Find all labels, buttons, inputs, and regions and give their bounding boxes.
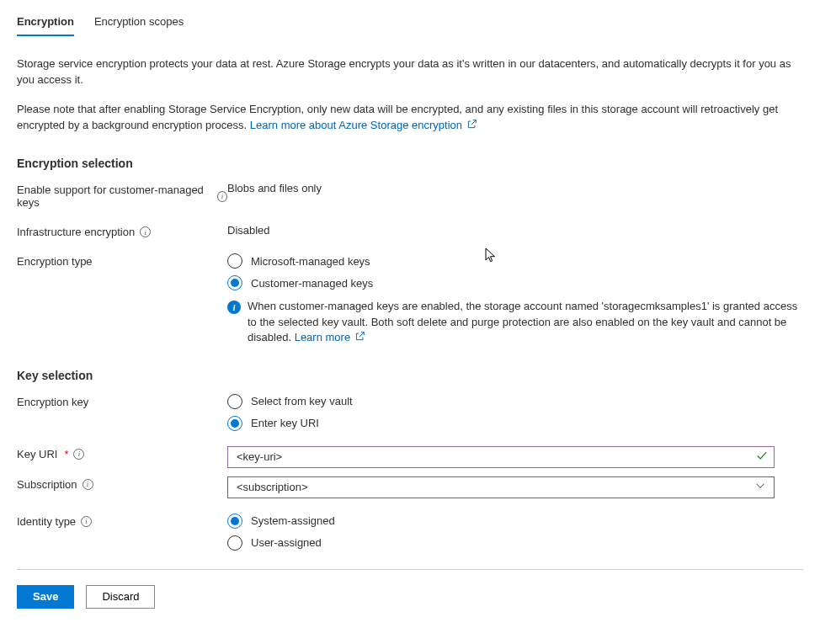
learn-more-encryption-link[interactable]: Learn more about Azure Storage encryptio… bbox=[250, 119, 477, 131]
discard-button[interactable]: Discard bbox=[86, 585, 155, 609]
radio-label: User-assigned bbox=[251, 536, 322, 549]
label-encryption-key: Encryption key bbox=[17, 394, 227, 408]
required-asterisk: * bbox=[64, 448, 68, 460]
radio-label: Customer-managed keys bbox=[251, 277, 373, 290]
radio-label: System-assigned bbox=[251, 514, 335, 527]
radio-label: Select from key vault bbox=[251, 395, 353, 407]
save-button[interactable]: Save bbox=[17, 585, 74, 609]
label-subscription: Subscription i bbox=[17, 476, 227, 491]
subscription-select[interactable]: <subscription> bbox=[227, 476, 775, 498]
radio-system-assigned[interactable]: System-assigned bbox=[227, 514, 803, 529]
cmk-info-note: i When customer-managed keys are enabled… bbox=[227, 299, 803, 345]
key-uri-input[interactable] bbox=[227, 446, 775, 468]
radio-customer-managed-keys[interactable]: Customer-managed keys bbox=[227, 275, 803, 290]
intro-paragraph-1: Storage service encryption protects your… bbox=[17, 56, 803, 88]
radio-microsoft-managed-keys[interactable]: Microsoft-managed keys bbox=[227, 253, 803, 269]
radio-icon bbox=[227, 394, 242, 409]
learn-more-cmk-text: Learn more bbox=[295, 331, 350, 343]
label-identity-type: Identity type i bbox=[17, 514, 227, 528]
tab-encryption[interactable]: Encryption bbox=[17, 15, 74, 36]
label-infra-encryption: Infrastructure encryption i bbox=[17, 224, 227, 238]
label-enc-type-text: Encryption type bbox=[17, 255, 93, 268]
chevron-down-icon bbox=[755, 481, 765, 493]
radio-enter-key-uri[interactable]: Enter key URI bbox=[227, 416, 803, 431]
section-encryption-selection: Encryption selection bbox=[17, 157, 803, 170]
label-infra-enc-text: Infrastructure encryption bbox=[17, 226, 135, 238]
external-link-icon bbox=[467, 120, 477, 130]
radio-icon bbox=[227, 514, 242, 529]
label-cmk-support-text: Enable support for customer-managed keys bbox=[17, 184, 212, 209]
label-encryption-type: Encryption type bbox=[17, 253, 227, 268]
subscription-value: <subscription> bbox=[237, 481, 308, 493]
radio-group-identity-type: System-assigned User-assigned bbox=[227, 514, 803, 551]
info-icon[interactable]: i bbox=[81, 516, 92, 527]
label-subscription-text: Subscription bbox=[17, 478, 77, 491]
label-key-uri-text: Key URI bbox=[17, 448, 57, 460]
info-bubble-icon: i bbox=[227, 301, 241, 314]
radio-label: Enter key URI bbox=[251, 417, 319, 429]
label-key-uri: Key URI * i bbox=[17, 446, 227, 460]
info-icon[interactable]: i bbox=[140, 226, 151, 237]
value-infra-encryption: Disabled bbox=[227, 224, 803, 237]
external-link-icon bbox=[355, 333, 365, 343]
intro-paragraph-2: Please note that after enabling Storage … bbox=[17, 102, 803, 134]
label-enc-key-text: Encryption key bbox=[17, 396, 88, 408]
radio-icon bbox=[227, 253, 242, 269]
intro-text: Storage service encryption protects your… bbox=[17, 56, 803, 133]
tab-encryption-scopes[interactable]: Encryption scopes bbox=[94, 15, 184, 36]
learn-more-link-text: Learn more about Azure Storage encryptio… bbox=[250, 119, 462, 131]
radio-group-encryption-key: Select from key vault Enter key URI bbox=[227, 394, 803, 431]
label-cmk-support: Enable support for customer-managed keys… bbox=[17, 182, 227, 209]
radio-icon bbox=[227, 416, 242, 431]
radio-label: Microsoft-managed keys bbox=[251, 255, 370, 268]
info-icon[interactable]: i bbox=[73, 449, 84, 460]
info-icon[interactable]: i bbox=[217, 191, 227, 202]
radio-group-encryption-type: Microsoft-managed keys Customer-managed … bbox=[227, 253, 803, 290]
value-cmk-support: Blobs and files only bbox=[227, 182, 803, 194]
radio-select-from-key-vault[interactable]: Select from key vault bbox=[227, 394, 803, 409]
radio-icon bbox=[227, 275, 242, 290]
tabs-bar: Encryption Encryption scopes bbox=[17, 0, 803, 36]
radio-icon bbox=[227, 535, 242, 551]
label-identity-type-text: Identity type bbox=[17, 515, 76, 528]
radio-user-assigned[interactable]: User-assigned bbox=[227, 535, 803, 551]
info-icon[interactable]: i bbox=[83, 479, 93, 490]
footer-actions: Save Discard bbox=[17, 569, 803, 609]
learn-more-cmk-link[interactable]: Learn more bbox=[295, 331, 365, 343]
section-key-selection: Key selection bbox=[17, 369, 803, 382]
